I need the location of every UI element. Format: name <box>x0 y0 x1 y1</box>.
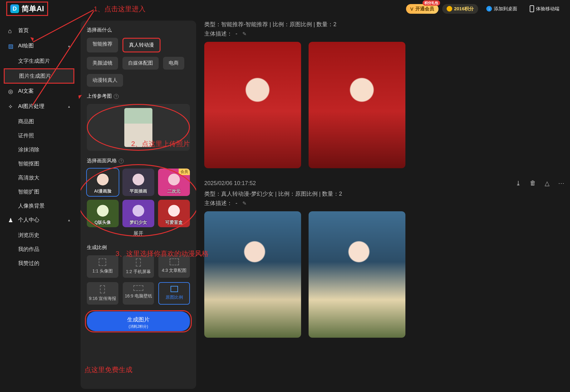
vip-crown-icon: V <box>410 6 414 12</box>
phone-icon <box>530 5 534 12</box>
nav-product[interactable]: 商品图 <box>4 115 74 128</box>
style-2d[interactable]: 会员二次元 <box>158 169 190 196</box>
chip-ecom[interactable]: 电商 <box>163 57 184 70</box>
ratio-grid: 1:1 头像图 1:2 手机屏幕 4:3 文章配图 9:16 宣传海报 16:9… <box>87 255 190 305</box>
chip-media[interactable]: 自媒体配图 <box>122 57 159 70</box>
config-panel: 选择画什么 智能推荐 真人转动漫 美颜滤镜 自媒体配图 电商 动漫转真人 上传参… <box>81 21 196 389</box>
result2-desc: 主体描述：- <box>204 199 564 207</box>
upload-title: 上传参考图? <box>87 93 190 100</box>
more-icon[interactable]: ⋯ <box>558 179 564 187</box>
ratio-1-2[interactable]: 1:2 手机屏幕 <box>123 255 154 278</box>
style-grid: AI漫画脸 平面插画 会员二次元 Q版头像 梦幻少女 可爱盲盒 <box>87 169 190 227</box>
brand[interactable]: D 简单AI <box>6 2 48 16</box>
nav-ai-imgproc[interactable]: AI图片处理▴ <box>4 100 74 113</box>
nav-ai-text[interactable]: AI文案 <box>4 84 74 98</box>
nav-upscale[interactable]: 高清放大 <box>4 171 74 184</box>
chip-smart[interactable]: 智能推荐 <box>87 38 118 52</box>
uploaded-thumb <box>124 108 152 147</box>
chip-beauty[interactable]: 美颜滤镜 <box>87 57 118 70</box>
what-title: 选择画什么 <box>87 27 190 33</box>
chevron-up-icon: ▴ <box>68 44 70 48</box>
chevron-up-icon: ▴ <box>68 104 70 109</box>
result1-images <box>204 42 564 168</box>
result-image[interactable] <box>309 211 405 338</box>
trash-icon[interactable]: 🗑 <box>530 179 536 187</box>
style-dream[interactable]: 梦幻少女 <box>122 200 154 227</box>
ratio-title: 生成比例 <box>87 244 190 251</box>
expand-styles[interactable]: 展开 <box>87 230 190 237</box>
result-image[interactable] <box>309 42 405 168</box>
add-desktop-button[interactable]: ↓ 添加到桌面 <box>482 4 522 14</box>
style-cute[interactable]: 可爱盲盒 <box>158 200 190 227</box>
result1-meta: 类型：智能推荐-智能推荐 | 比例：原图比例 | 数量：2 <box>204 21 564 28</box>
result2-header: 2025/02/06 10:17:52 ⤓ 🗑 △ ⋯ <box>204 179 564 187</box>
ratio-icon <box>99 258 106 266</box>
user-icon <box>8 217 14 223</box>
result2-meta: 类型：真人转动漫-梦幻少女 | 比例：原图比例 | 数量：2 <box>204 190 564 198</box>
result1-desc: 主体描述：- <box>204 30 564 37</box>
app-header: D 简单AI V 开通会员 积分礼包 2016积分 ↓ 添加到桌面 体验移动端 <box>0 0 570 17</box>
nav-cutout[interactable]: 智能抠图 <box>4 157 74 170</box>
result-image[interactable] <box>204 211 301 338</box>
coin-icon <box>447 6 452 12</box>
gift-tag: 积分礼包 <box>423 0 440 6</box>
help-icon[interactable]: ? <box>114 94 119 99</box>
style-chibi[interactable]: Q版头像 <box>87 200 119 227</box>
points-button[interactable]: 2016积分 <box>442 4 478 14</box>
nav-ai-draw[interactable]: AI绘图▴ <box>4 39 74 52</box>
home-icon <box>8 27 14 34</box>
vip-tag: 会员 <box>179 169 190 175</box>
ratio-orig[interactable]: 原图比例 <box>158 282 190 305</box>
ratio-16-9[interactable]: 16:9 电脑壁纸 <box>123 282 154 305</box>
edit-icon[interactable] <box>240 31 246 37</box>
nav-bgswap[interactable]: 人像换背景 <box>4 199 74 213</box>
vip-button[interactable]: V 开通会员 积分礼包 <box>406 4 439 14</box>
help-icon[interactable]: ? <box>119 159 124 164</box>
nav-liked[interactable]: 我赞过的 <box>4 257 74 270</box>
sidebar: 首页 AI绘图▴ 文字生成图片 图片生成图片 AI文案 AI图片处理▴ 商品图 … <box>0 17 78 392</box>
style-title: 选择画面风格? <box>87 158 190 164</box>
mobile-button[interactable]: 体验移动端 <box>525 3 564 14</box>
result2-images <box>204 211 564 338</box>
style-aiface[interactable]: AI漫画脸 <box>87 169 119 196</box>
ratio-1-1[interactable]: 1:1 头像图 <box>87 255 118 278</box>
ratio-icon <box>170 258 179 265</box>
ratio-icon <box>133 285 143 291</box>
upload-box[interactable] <box>87 104 190 151</box>
style-flat[interactable]: 平面插画 <box>122 169 154 196</box>
text-icon <box>8 88 14 94</box>
download-icon[interactable]: ⤓ <box>516 179 521 187</box>
nav-home[interactable]: 首页 <box>4 24 74 37</box>
ratio-icon <box>136 258 141 267</box>
nav-text2img[interactable]: 文字生成图片 <box>4 54 74 68</box>
ratio-icon <box>171 286 178 292</box>
warning-icon[interactable]: △ <box>545 179 549 187</box>
nav-erase[interactable]: 涂抹消除 <box>4 143 74 156</box>
what-options: 智能推荐 真人转动漫 美颜滤镜 自媒体配图 电商 动漫转真人 <box>87 38 190 87</box>
brand-name: 简单AI <box>22 4 44 14</box>
result-image[interactable] <box>204 42 301 168</box>
image-icon <box>8 43 14 49</box>
chip-photo2anime[interactable]: 真人转动漫 <box>122 38 161 52</box>
results-pane: 类型：智能推荐-智能推荐 | 比例：原图比例 | 数量：2 主体描述：- 202… <box>199 17 570 392</box>
result2-timestamp: 2025/02/06 10:17:52 <box>204 180 256 187</box>
ratio-icon <box>100 285 105 293</box>
nav-img2img[interactable]: 图片生成图片 <box>4 68 74 84</box>
ratio-9-16[interactable]: 9:16 宣传海报 <box>87 282 118 305</box>
ratio-4-3[interactable]: 4:3 文章配图 <box>158 255 190 278</box>
download-icon: ↓ <box>486 6 492 12</box>
nav-expand[interactable]: 智能扩图 <box>4 185 74 198</box>
chevron-up-icon: ▴ <box>68 218 70 222</box>
chip-anime2photo[interactable]: 动漫转真人 <box>87 74 123 87</box>
nav-profile[interactable]: 个人中心▴ <box>4 213 74 227</box>
nav-myworks[interactable]: 我的作品 <box>4 243 74 256</box>
nav-idphoto[interactable]: 证件照 <box>4 129 74 142</box>
tool-icon <box>8 103 14 110</box>
nav-history[interactable]: 浏览历史 <box>4 228 74 242</box>
edit-icon[interactable] <box>240 200 246 207</box>
logo-icon: D <box>10 4 19 13</box>
generate-button[interactable]: 生成图片 (消耗2积分) <box>87 311 190 331</box>
